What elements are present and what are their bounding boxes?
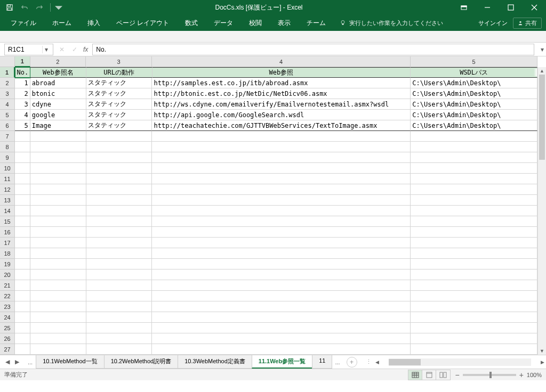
- cell-wsdl[interactable]: C:\Users\Admin\Desktop\: [411, 78, 537, 88]
- cell[interactable]: [86, 259, 152, 270]
- cell[interactable]: [30, 312, 86, 323]
- cell[interactable]: [86, 174, 152, 184]
- zoom-in-button[interactable]: +: [519, 371, 524, 379]
- row-header[interactable]: 25: [0, 323, 15, 333]
- cell[interactable]: [15, 195, 30, 206]
- row-header[interactable]: 22: [0, 291, 15, 301]
- cell[interactable]: [411, 174, 537, 184]
- cell[interactable]: [411, 280, 537, 291]
- cell[interactable]: [411, 301, 537, 312]
- cell[interactable]: [411, 227, 537, 238]
- cell[interactable]: [15, 333, 30, 344]
- cell[interactable]: [152, 227, 411, 238]
- cell-url-action[interactable]: スタティック: [86, 88, 152, 99]
- tell-me-input[interactable]: 実行したい作業を入力してください: [340, 19, 443, 27]
- cell-no[interactable]: 1: [15, 78, 30, 88]
- formula-expand-icon[interactable]: ▾: [539, 46, 546, 53]
- cell[interactable]: [411, 248, 537, 259]
- column-header[interactable]: 4: [152, 56, 411, 67]
- cell[interactable]: [86, 280, 152, 291]
- cell[interactable]: [15, 301, 30, 312]
- row-header[interactable]: 5: [0, 110, 15, 120]
- save-icon[interactable]: [3, 2, 16, 13]
- cell[interactable]: [30, 238, 86, 248]
- row-header[interactable]: 18: [0, 248, 15, 259]
- cell[interactable]: [152, 333, 411, 344]
- cell[interactable]: [411, 333, 537, 344]
- row-header[interactable]: 11: [0, 174, 15, 184]
- table-header[interactable]: Web参照: [152, 67, 411, 78]
- cell[interactable]: [15, 280, 30, 291]
- cell[interactable]: [152, 270, 411, 280]
- cell-wsdl[interactable]: C:\Users\Admin\Desktop\: [411, 88, 537, 99]
- undo-icon[interactable]: [18, 2, 31, 13]
- cell[interactable]: [152, 131, 411, 142]
- vertical-scrollbar[interactable]: ▲ ▼: [537, 67, 546, 355]
- row-header[interactable]: 7: [0, 131, 15, 142]
- cell[interactable]: [411, 216, 537, 227]
- cell-url-action[interactable]: スタティック: [86, 78, 152, 88]
- cell[interactable]: [86, 238, 152, 248]
- cell[interactable]: [86, 152, 152, 163]
- cell-name[interactable]: Image: [30, 120, 86, 131]
- row-header[interactable]: 21: [0, 280, 15, 291]
- cell[interactable]: [30, 174, 86, 184]
- fx-icon[interactable]: fx: [83, 46, 88, 53]
- tab-file[interactable]: ファイル: [4, 15, 43, 31]
- cell[interactable]: [86, 301, 152, 312]
- add-sheet-button[interactable]: +: [347, 357, 357, 368]
- table-header[interactable]: No.: [15, 67, 30, 78]
- scroll-right-icon[interactable]: ▶: [539, 360, 546, 365]
- cell[interactable]: [86, 333, 152, 344]
- horizontal-scrollbar[interactable]: [389, 358, 531, 366]
- cell[interactable]: [30, 152, 86, 163]
- cell[interactable]: [15, 163, 30, 174]
- cell[interactable]: [30, 227, 86, 238]
- cell-wsdl[interactable]: C:\Users\Admin\Desktop\: [411, 120, 537, 131]
- cell[interactable]: [30, 259, 86, 270]
- cell[interactable]: [15, 227, 30, 238]
- cell[interactable]: [15, 270, 30, 280]
- row-header[interactable]: 24: [0, 312, 15, 323]
- share-button[interactable]: 共有: [513, 18, 542, 29]
- tab-home[interactable]: ホーム: [46, 15, 78, 31]
- cell[interactable]: [152, 216, 411, 227]
- cell[interactable]: [15, 174, 30, 184]
- cell-name[interactable]: google: [30, 110, 86, 120]
- cell[interactable]: [15, 142, 30, 152]
- cell-web-ref[interactable]: http://samples.est.co.jp/itb/abroad.asmx: [152, 78, 411, 88]
- minimize-icon[interactable]: [476, 0, 499, 15]
- name-box[interactable]: R1C1 ▾: [4, 44, 53, 55]
- cell[interactable]: [30, 184, 86, 195]
- cell[interactable]: [411, 195, 537, 206]
- cell-web-ref[interactable]: http://ws.cdyne.com/emailverify/Emailver…: [152, 99, 411, 110]
- scrollbar-thumb[interactable]: [389, 359, 421, 365]
- cell[interactable]: [152, 344, 411, 355]
- cell[interactable]: [411, 152, 537, 163]
- cell-web-ref[interactable]: http://teachatechie.com/GJTTVBWebService…: [152, 120, 411, 131]
- cell[interactable]: [30, 248, 86, 259]
- zoom-slider[interactable]: [463, 374, 516, 376]
- cell[interactable]: [30, 280, 86, 291]
- tab-scroll-right-icon[interactable]: ▶: [13, 358, 21, 365]
- maximize-icon[interactable]: [499, 0, 523, 15]
- scrollbar-thumb[interactable]: [539, 75, 545, 160]
- scroll-left-icon[interactable]: ◀: [374, 360, 381, 365]
- cell[interactable]: [152, 174, 411, 184]
- cell[interactable]: [86, 312, 152, 323]
- cell[interactable]: [152, 206, 411, 216]
- table-header[interactable]: Web参照名: [30, 67, 86, 78]
- cell[interactable]: [15, 206, 30, 216]
- cell[interactable]: [411, 163, 537, 174]
- table-header[interactable]: WSDLパス: [411, 67, 537, 78]
- sheet-tab[interactable]: 10.1WebMethod一覧: [36, 355, 105, 369]
- cell[interactable]: [30, 216, 86, 227]
- tab-pagelayout[interactable]: ページ レイアウト: [110, 15, 175, 31]
- cell-no[interactable]: 4: [15, 110, 30, 120]
- sheet-tab[interactable]: 11.1Web参照一覧: [252, 355, 312, 369]
- row-header[interactable]: 2: [0, 78, 15, 88]
- cell[interactable]: [86, 184, 152, 195]
- view-pagebreak-icon[interactable]: [436, 370, 450, 380]
- column-header[interactable]: 1: [15, 56, 30, 67]
- cell[interactable]: [86, 163, 152, 174]
